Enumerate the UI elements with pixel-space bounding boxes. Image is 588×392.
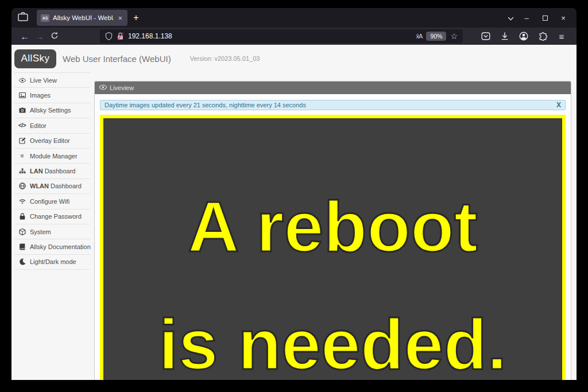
eye-icon bbox=[99, 84, 107, 91]
image-text-line1: A reboot bbox=[103, 189, 562, 265]
titlebar-spacer bbox=[145, 8, 501, 28]
maximize-button[interactable] bbox=[539, 11, 551, 24]
account-icon[interactable] bbox=[517, 29, 531, 43]
alert-close-button[interactable]: X bbox=[556, 101, 561, 109]
sidebar-item-label: WLAN Dashboard bbox=[30, 183, 82, 189]
tab-close-icon[interactable]: × bbox=[117, 14, 123, 22]
version-label: Version: v2023.05.01_03 bbox=[190, 55, 260, 62]
browser-toolbar: ← → 192.168.1.138 x̄A 90% ☆ bbox=[11, 28, 577, 45]
sidebar-item-label: Change Password bbox=[30, 213, 82, 220]
minimize-button[interactable]: – bbox=[520, 11, 533, 24]
window-controls: – × bbox=[520, 8, 577, 28]
downloads-icon[interactable] bbox=[498, 29, 512, 43]
browser-tab[interactable]: AS Allsky WebUI - WebUI × bbox=[37, 10, 127, 26]
url-text[interactable]: 192.168.1.138 bbox=[128, 32, 412, 40]
firefox-view-icon bbox=[18, 12, 28, 24]
sidebar-item-overlay-editor[interactable]: Overlay Editor bbox=[14, 134, 90, 149]
sidebar-item-wlan-dashboard[interactable]: WLAN Dashboard bbox=[14, 179, 90, 194]
firefox-view-button[interactable] bbox=[11, 8, 34, 28]
new-tab-button[interactable]: + bbox=[127, 8, 145, 28]
zoom-level-badge[interactable]: 90% bbox=[426, 32, 446, 41]
reload-button[interactable] bbox=[47, 29, 62, 43]
image-icon bbox=[18, 92, 26, 99]
sidebar-item-label: Configure Wifi bbox=[30, 198, 69, 205]
page-title: Web User Interface (WebUI) bbox=[63, 54, 171, 64]
sidebar-item-label: Module Manager bbox=[30, 153, 78, 160]
sidebar-item-module-manager[interactable]: ≡ Module Manager bbox=[14, 149, 90, 164]
browser-window: AS Allsky WebUI - WebUI × + – × ← → bbox=[11, 8, 577, 380]
close-window-button[interactable]: × bbox=[557, 11, 570, 24]
camera-icon bbox=[18, 107, 26, 114]
allsky-logo: AllSky bbox=[14, 49, 56, 68]
wifi-icon bbox=[18, 197, 26, 205]
sitemap-icon bbox=[18, 168, 26, 175]
eye-icon bbox=[18, 76, 26, 84]
sidebar-item-live-view[interactable]: Live View bbox=[14, 73, 90, 88]
sidebar-item-label: Allsky Documentation bbox=[30, 243, 91, 250]
maximize-icon bbox=[543, 15, 548, 21]
sidebar-item-allsky-documentation[interactable]: Allsky Documentation bbox=[14, 239, 90, 254]
sidebar-item-label: Overlay Editor bbox=[30, 137, 70, 144]
forward-button[interactable]: → bbox=[32, 29, 47, 43]
url-bar[interactable]: 192.168.1.138 x̄A 90% ☆ bbox=[100, 29, 463, 43]
page-body: Live View Images Allsky Settings </> Edi… bbox=[11, 72, 577, 380]
back-button[interactable]: ← bbox=[17, 29, 32, 43]
code-icon: </> bbox=[18, 122, 26, 129]
hamburger-menu-icon[interactable]: ≡ bbox=[555, 29, 568, 43]
panel-title: Liveview bbox=[110, 84, 134, 91]
tab-favicon: AS bbox=[41, 14, 49, 22]
sidebar-item-label: Allsky Settings bbox=[30, 107, 71, 114]
sidebar-nav: Live View Images Allsky Settings </> Edi… bbox=[14, 72, 90, 380]
liveview-panel-body: Daytime images updated every 21 seconds,… bbox=[95, 94, 571, 380]
page-header: AllSky Web User Interface (WebUI) Versio… bbox=[11, 45, 577, 72]
sidebar-item-label: Light/Dark mode bbox=[30, 258, 76, 265]
chevron-down-icon bbox=[508, 13, 514, 23]
sidebar-item-change-password[interactable]: Change Password bbox=[14, 209, 90, 224]
browser-titlebar: AS Allsky WebUI - WebUI × + – × bbox=[11, 8, 577, 28]
extensions-puzzle-icon[interactable] bbox=[536, 29, 550, 43]
sidebar-item-label: Images bbox=[30, 92, 51, 99]
liveview-panel-header: Liveview bbox=[95, 81, 571, 94]
sidebar-item-configure-wifi[interactable]: Configure Wifi bbox=[14, 194, 90, 209]
translate-icon[interactable]: x̄A bbox=[416, 33, 423, 40]
globe-icon bbox=[18, 183, 26, 190]
book-icon bbox=[18, 243, 26, 250]
toolbar-right-icons: ≡ bbox=[479, 29, 571, 43]
liveview-image: A reboot is needed. bbox=[100, 115, 566, 380]
sidebar-item-light-dark-mode[interactable]: Light/Dark mode bbox=[14, 255, 90, 270]
alert-message: Daytime images updated every 21 seconds,… bbox=[105, 102, 556, 108]
list-icon: ≡ bbox=[18, 152, 26, 160]
desktop-background: AS Allsky WebUI - WebUI × + – × ← → bbox=[0, 0, 588, 392]
info-alert: Daytime images updated every 21 seconds,… bbox=[100, 100, 566, 110]
lock-icon bbox=[18, 213, 26, 220]
edit-pencil-icon bbox=[18, 137, 26, 145]
tab-title: Allsky WebUI - WebUI bbox=[53, 14, 113, 21]
sidebar-item-lan-dashboard[interactable]: LAN Dashboard bbox=[14, 164, 90, 178]
sidebar-item-label: Editor bbox=[30, 122, 47, 129]
moon-icon bbox=[18, 258, 26, 266]
page-viewport: AllSky Web User Interface (WebUI) Versio… bbox=[11, 45, 577, 380]
sidebar-item-label: Live View bbox=[30, 77, 57, 84]
insecure-connection-lock-icon[interactable] bbox=[117, 32, 124, 40]
list-all-tabs-button[interactable] bbox=[501, 8, 520, 28]
image-text-line2: is needed. bbox=[103, 307, 562, 380]
sidebar-item-system[interactable]: System bbox=[14, 224, 90, 239]
cube-icon bbox=[18, 228, 26, 235]
bookmark-star-icon[interactable]: ☆ bbox=[450, 32, 458, 41]
sidebar-item-images[interactable]: Images bbox=[14, 88, 90, 103]
main-content: Liveview Daytime images updated every 21… bbox=[94, 81, 571, 380]
sidebar-item-label: LAN Dashboard bbox=[30, 168, 75, 174]
reload-icon bbox=[51, 32, 59, 41]
liveview-panel: Liveview Daytime images updated every 21… bbox=[94, 81, 571, 380]
sidebar-item-editor[interactable]: </> Editor bbox=[14, 118, 90, 133]
sidebar-item-allsky-settings[interactable]: Allsky Settings bbox=[14, 103, 90, 118]
tracking-protection-shield-icon[interactable] bbox=[105, 32, 113, 40]
pocket-icon[interactable] bbox=[479, 29, 493, 43]
sidebar-item-label: System bbox=[30, 228, 51, 235]
